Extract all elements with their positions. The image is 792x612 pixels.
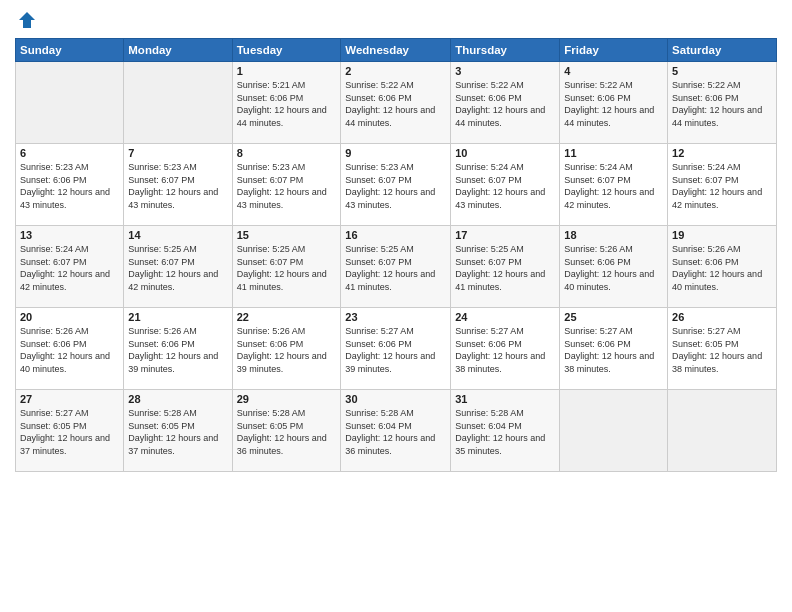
calendar-cell: 2Sunrise: 5:22 AM Sunset: 6:06 PM Daylig…	[341, 62, 451, 144]
day-number: 4	[564, 65, 663, 77]
day-info: Sunrise: 5:27 AM Sunset: 6:05 PM Dayligh…	[20, 407, 119, 457]
calendar-cell: 12Sunrise: 5:24 AM Sunset: 6:07 PM Dayli…	[668, 144, 777, 226]
day-number: 28	[128, 393, 227, 405]
day-info: Sunrise: 5:28 AM Sunset: 6:04 PM Dayligh…	[345, 407, 446, 457]
day-info: Sunrise: 5:28 AM Sunset: 6:05 PM Dayligh…	[237, 407, 337, 457]
calendar-cell: 7Sunrise: 5:23 AM Sunset: 6:07 PM Daylig…	[124, 144, 232, 226]
calendar-cell: 20Sunrise: 5:26 AM Sunset: 6:06 PM Dayli…	[16, 308, 124, 390]
day-number: 5	[672, 65, 772, 77]
day-number: 15	[237, 229, 337, 241]
day-info: Sunrise: 5:21 AM Sunset: 6:06 PM Dayligh…	[237, 79, 337, 129]
weekday-header: Sunday	[16, 39, 124, 62]
calendar-cell: 8Sunrise: 5:23 AM Sunset: 6:07 PM Daylig…	[232, 144, 341, 226]
day-info: Sunrise: 5:23 AM Sunset: 6:07 PM Dayligh…	[345, 161, 446, 211]
day-info: Sunrise: 5:28 AM Sunset: 6:05 PM Dayligh…	[128, 407, 227, 457]
logo	[15, 10, 37, 30]
calendar-cell: 3Sunrise: 5:22 AM Sunset: 6:06 PM Daylig…	[451, 62, 560, 144]
weekday-header: Thursday	[451, 39, 560, 62]
day-number: 30	[345, 393, 446, 405]
calendar-cell: 10Sunrise: 5:24 AM Sunset: 6:07 PM Dayli…	[451, 144, 560, 226]
day-number: 23	[345, 311, 446, 323]
calendar-cell: 18Sunrise: 5:26 AM Sunset: 6:06 PM Dayli…	[560, 226, 668, 308]
day-info: Sunrise: 5:22 AM Sunset: 6:06 PM Dayligh…	[345, 79, 446, 129]
calendar-cell	[668, 390, 777, 472]
calendar-cell: 24Sunrise: 5:27 AM Sunset: 6:06 PM Dayli…	[451, 308, 560, 390]
day-number: 29	[237, 393, 337, 405]
day-info: Sunrise: 5:25 AM Sunset: 6:07 PM Dayligh…	[345, 243, 446, 293]
day-number: 8	[237, 147, 337, 159]
day-number: 2	[345, 65, 446, 77]
day-info: Sunrise: 5:23 AM Sunset: 6:07 PM Dayligh…	[128, 161, 227, 211]
day-number: 9	[345, 147, 446, 159]
day-number: 21	[128, 311, 227, 323]
day-info: Sunrise: 5:25 AM Sunset: 6:07 PM Dayligh…	[237, 243, 337, 293]
day-info: Sunrise: 5:23 AM Sunset: 6:06 PM Dayligh…	[20, 161, 119, 211]
calendar-cell	[16, 62, 124, 144]
calendar-cell	[560, 390, 668, 472]
weekday-header: Monday	[124, 39, 232, 62]
day-number: 27	[20, 393, 119, 405]
day-info: Sunrise: 5:22 AM Sunset: 6:06 PM Dayligh…	[672, 79, 772, 129]
calendar-cell: 28Sunrise: 5:28 AM Sunset: 6:05 PM Dayli…	[124, 390, 232, 472]
weekday-header: Saturday	[668, 39, 777, 62]
calendar-cell: 27Sunrise: 5:27 AM Sunset: 6:05 PM Dayli…	[16, 390, 124, 472]
day-info: Sunrise: 5:24 AM Sunset: 6:07 PM Dayligh…	[564, 161, 663, 211]
day-number: 1	[237, 65, 337, 77]
day-info: Sunrise: 5:23 AM Sunset: 6:07 PM Dayligh…	[237, 161, 337, 211]
day-number: 16	[345, 229, 446, 241]
day-number: 11	[564, 147, 663, 159]
calendar-cell: 23Sunrise: 5:27 AM Sunset: 6:06 PM Dayli…	[341, 308, 451, 390]
calendar-cell: 11Sunrise: 5:24 AM Sunset: 6:07 PM Dayli…	[560, 144, 668, 226]
calendar-cell: 16Sunrise: 5:25 AM Sunset: 6:07 PM Dayli…	[341, 226, 451, 308]
day-info: Sunrise: 5:26 AM Sunset: 6:06 PM Dayligh…	[237, 325, 337, 375]
day-info: Sunrise: 5:27 AM Sunset: 6:06 PM Dayligh…	[345, 325, 446, 375]
day-number: 14	[128, 229, 227, 241]
day-number: 10	[455, 147, 555, 159]
header	[15, 10, 777, 30]
calendar-cell: 29Sunrise: 5:28 AM Sunset: 6:05 PM Dayli…	[232, 390, 341, 472]
day-info: Sunrise: 5:24 AM Sunset: 6:07 PM Dayligh…	[672, 161, 772, 211]
calendar-cell: 22Sunrise: 5:26 AM Sunset: 6:06 PM Dayli…	[232, 308, 341, 390]
calendar-cell: 19Sunrise: 5:26 AM Sunset: 6:06 PM Dayli…	[668, 226, 777, 308]
day-number: 31	[455, 393, 555, 405]
day-number: 13	[20, 229, 119, 241]
day-info: Sunrise: 5:25 AM Sunset: 6:07 PM Dayligh…	[128, 243, 227, 293]
day-info: Sunrise: 5:27 AM Sunset: 6:05 PM Dayligh…	[672, 325, 772, 375]
day-number: 24	[455, 311, 555, 323]
calendar-cell: 25Sunrise: 5:27 AM Sunset: 6:06 PM Dayli…	[560, 308, 668, 390]
calendar-cell: 13Sunrise: 5:24 AM Sunset: 6:07 PM Dayli…	[16, 226, 124, 308]
calendar-cell: 21Sunrise: 5:26 AM Sunset: 6:06 PM Dayli…	[124, 308, 232, 390]
page: SundayMondayTuesdayWednesdayThursdayFrid…	[0, 0, 792, 612]
weekday-header: Tuesday	[232, 39, 341, 62]
day-info: Sunrise: 5:28 AM Sunset: 6:04 PM Dayligh…	[455, 407, 555, 457]
day-number: 7	[128, 147, 227, 159]
calendar-cell: 31Sunrise: 5:28 AM Sunset: 6:04 PM Dayli…	[451, 390, 560, 472]
day-number: 22	[237, 311, 337, 323]
calendar-cell: 9Sunrise: 5:23 AM Sunset: 6:07 PM Daylig…	[341, 144, 451, 226]
day-info: Sunrise: 5:26 AM Sunset: 6:06 PM Dayligh…	[564, 243, 663, 293]
weekday-header: Friday	[560, 39, 668, 62]
day-number: 17	[455, 229, 555, 241]
day-info: Sunrise: 5:24 AM Sunset: 6:07 PM Dayligh…	[20, 243, 119, 293]
weekday-header: Wednesday	[341, 39, 451, 62]
day-info: Sunrise: 5:26 AM Sunset: 6:06 PM Dayligh…	[20, 325, 119, 375]
svg-marker-0	[19, 12, 35, 28]
calendar-cell	[124, 62, 232, 144]
day-info: Sunrise: 5:24 AM Sunset: 6:07 PM Dayligh…	[455, 161, 555, 211]
day-number: 6	[20, 147, 119, 159]
calendar-cell: 4Sunrise: 5:22 AM Sunset: 6:06 PM Daylig…	[560, 62, 668, 144]
calendar-cell: 6Sunrise: 5:23 AM Sunset: 6:06 PM Daylig…	[16, 144, 124, 226]
calendar-cell: 17Sunrise: 5:25 AM Sunset: 6:07 PM Dayli…	[451, 226, 560, 308]
calendar-cell: 5Sunrise: 5:22 AM Sunset: 6:06 PM Daylig…	[668, 62, 777, 144]
day-info: Sunrise: 5:26 AM Sunset: 6:06 PM Dayligh…	[672, 243, 772, 293]
day-number: 3	[455, 65, 555, 77]
day-info: Sunrise: 5:22 AM Sunset: 6:06 PM Dayligh…	[455, 79, 555, 129]
day-info: Sunrise: 5:25 AM Sunset: 6:07 PM Dayligh…	[455, 243, 555, 293]
calendar: SundayMondayTuesdayWednesdayThursdayFrid…	[15, 38, 777, 472]
calendar-cell: 30Sunrise: 5:28 AM Sunset: 6:04 PM Dayli…	[341, 390, 451, 472]
day-info: Sunrise: 5:22 AM Sunset: 6:06 PM Dayligh…	[564, 79, 663, 129]
logo-icon	[17, 10, 37, 30]
day-number: 26	[672, 311, 772, 323]
calendar-cell: 1Sunrise: 5:21 AM Sunset: 6:06 PM Daylig…	[232, 62, 341, 144]
day-info: Sunrise: 5:27 AM Sunset: 6:06 PM Dayligh…	[455, 325, 555, 375]
